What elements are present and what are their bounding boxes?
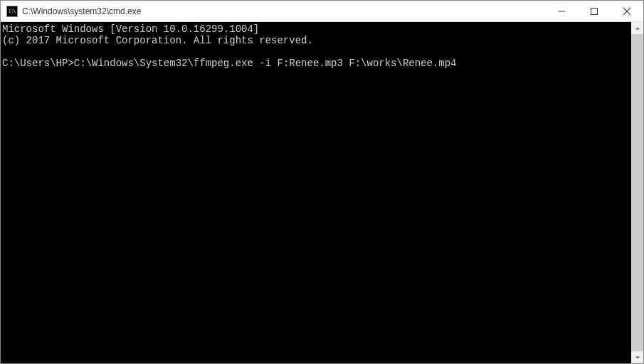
chevron-down-icon [635, 355, 640, 360]
window-controls [545, 1, 643, 21]
svg-rect-1 [591, 8, 598, 14]
chevron-up-icon [635, 26, 640, 31]
terminal-output[interactable]: Microsoft Windows [Version 10.0.16299.10… [1, 22, 631, 363]
typed-command: C:\Windows\System32\ffmpeg.exe -i F:Rene… [74, 58, 457, 69]
scroll-up-button[interactable] [631, 22, 643, 34]
copyright-line: (c) 2017 Microsoft Corporation. All righ… [2, 35, 313, 46]
maximize-icon [591, 8, 598, 15]
minimize-button[interactable] [545, 1, 578, 21]
scrollbar-track[interactable] [631, 34, 643, 351]
prompt: C:\Users\HP> [2, 58, 74, 69]
vertical-scrollbar[interactable] [631, 22, 643, 363]
cmd-icon: C:\ [6, 6, 18, 17]
close-button[interactable] [611, 1, 643, 21]
titlebar[interactable]: C:\ C:\Windows\system32\cmd.exe [1, 1, 643, 22]
version-line: Microsoft Windows [Version 10.0.16299.10… [2, 23, 259, 35]
scrollbar-thumb[interactable] [631, 34, 643, 351]
minimize-icon [558, 8, 565, 15]
scroll-down-button[interactable] [631, 351, 643, 363]
window-title: C:\Windows\system32\cmd.exe [22, 6, 545, 16]
close-icon [623, 8, 630, 15]
maximize-button[interactable] [578, 1, 611, 21]
cmd-window: C:\ C:\Windows\system32\cmd.exe Microsof… [0, 0, 644, 364]
content-area: Microsoft Windows [Version 10.0.16299.10… [1, 22, 643, 363]
